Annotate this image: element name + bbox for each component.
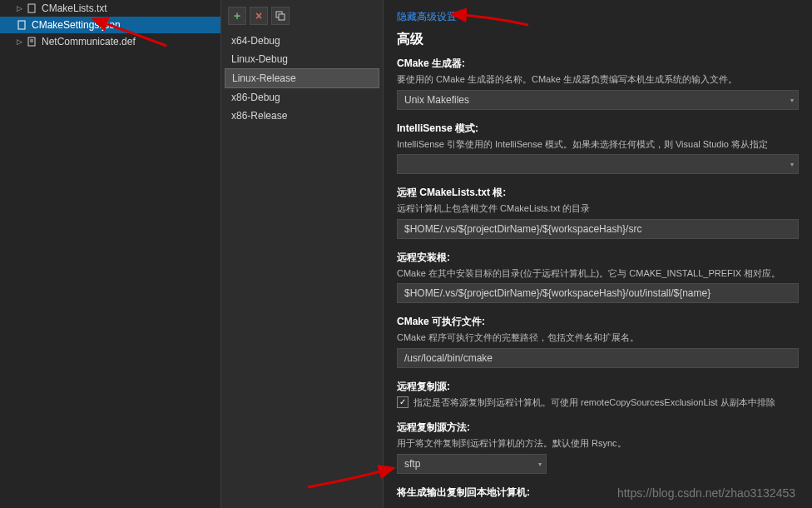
- field-copy-output: 将生成输出复制回本地计算机:: [397, 486, 799, 500]
- file-icon: [27, 36, 38, 47]
- config-item[interactable]: x64-Debug: [225, 32, 379, 50]
- delete-config-button[interactable]: ×: [250, 7, 268, 25]
- add-config-button[interactable]: +: [228, 7, 246, 25]
- config-item[interactable]: x86-Release: [225, 107, 379, 125]
- intellisense-select[interactable]: [397, 154, 799, 174]
- field-label: CMake 生成器:: [397, 57, 799, 71]
- hide-advanced-link[interactable]: 隐藏高级设置: [397, 10, 457, 24]
- field-cmake-exe: CMake 可执行文件: CMake 程序可执行文件的完整路径，包括文件名和扩展…: [397, 315, 799, 368]
- config-toolbar: + ×: [225, 7, 379, 32]
- field-copy-method: 远程复制源方法: 用于将文件复制到远程计算机的方法。默认使用 Rsync。 ▾: [397, 421, 799, 474]
- tree-item[interactable]: ▷ CMakeLists.txt: [0, 0, 220, 17]
- settings-panel: 隐藏高级设置 高级 CMake 生成器: 要使用的 CMake 生成器的名称。C…: [383, 0, 812, 508]
- file-icon: [17, 19, 28, 31]
- section-title: 高级: [397, 31, 799, 48]
- field-label: IntelliSense 模式:: [397, 122, 799, 136]
- install-root-input[interactable]: [397, 283, 799, 303]
- svg-rect-6: [279, 14, 285, 20]
- field-label: 远程安装根:: [397, 251, 799, 265]
- remote-root-input[interactable]: [397, 219, 799, 239]
- copy-method-select[interactable]: [397, 454, 547, 474]
- field-install-root: 远程安装根: CMake 在其中安装目标的目录(位于远程计算机上)。它与 CMA…: [397, 251, 799, 304]
- expand-icon: ▷: [17, 4, 25, 12]
- config-item[interactable]: x86-Debug: [225, 88, 379, 107]
- field-label: 远程复制源方法:: [397, 421, 799, 435]
- field-remote-root: 远程 CMakeLists.txt 根: 远程计算机上包含根文件 CMakeLi…: [397, 186, 799, 239]
- field-desc: 要使用的 CMake 生成器的名称。CMake 生成器负责编写本机生成系统的输入…: [397, 72, 799, 87]
- field-label: 远程复制源:: [397, 380, 799, 394]
- config-item[interactable]: Linux-Debug: [225, 50, 379, 68]
- svg-rect-1: [18, 21, 25, 29]
- generator-select[interactable]: [397, 90, 799, 110]
- field-label: 将生成输出复制回本地计算机:: [397, 486, 799, 500]
- checkbox-label: 指定是否将源复制到远程计算机。可使用 remoteCopySourcesExcl…: [413, 396, 775, 410]
- field-desc: CMake 在其中安装目标的目录(位于远程计算机上)。它与 CMAKE_INST…: [397, 266, 799, 281]
- file-label: CMakeSettings.json: [32, 19, 121, 31]
- field-desc: IntelliSense 引擎使用的 IntelliSense 模式。如果未选择…: [397, 137, 799, 152]
- svg-rect-0: [28, 4, 35, 12]
- file-icon: [27, 2, 38, 14]
- field-label: 远程 CMakeLists.txt 根:: [397, 186, 799, 200]
- file-label: CMakeLists.txt: [42, 2, 107, 14]
- config-panel: + × x64-Debug Linux-Debug Linux-Release …: [220, 0, 383, 508]
- field-label: CMake 可执行文件:: [397, 315, 799, 329]
- tree-item[interactable]: CMakeSettings.json: [0, 17, 220, 33]
- field-generator: CMake 生成器: 要使用的 CMake 生成器的名称。CMake 生成器负责…: [397, 57, 799, 110]
- field-desc: 远程计算机上包含根文件 CMakeLists.txt 的目录: [397, 202, 799, 216]
- remote-copy-checkbox[interactable]: [397, 396, 408, 408]
- tree-item[interactable]: ▷ NetCommunicate.def: [0, 33, 220, 50]
- expand-icon: ▷: [17, 37, 25, 46]
- file-tree: ▷ CMakeLists.txt CMakeSettings.json ▷ Ne…: [0, 0, 220, 508]
- file-label: NetCommunicate.def: [42, 36, 136, 47]
- field-desc: CMake 程序可执行文件的完整路径，包括文件名和扩展名。: [397, 331, 799, 345]
- cmake-exe-input[interactable]: [397, 348, 799, 368]
- config-item[interactable]: Linux-Release: [225, 68, 379, 88]
- field-intellisense: IntelliSense 模式: IntelliSense 引擎使用的 Inte…: [397, 122, 799, 175]
- config-list: x64-Debug Linux-Debug Linux-Release x86-…: [225, 32, 379, 125]
- field-desc: 用于将文件复制到远程计算机的方法。默认使用 Rsync。: [397, 436, 799, 451]
- duplicate-config-button[interactable]: [271, 7, 290, 25]
- field-remote-copy: 远程复制源: 指定是否将源复制到远程计算机。可使用 remoteCopySour…: [397, 380, 799, 410]
